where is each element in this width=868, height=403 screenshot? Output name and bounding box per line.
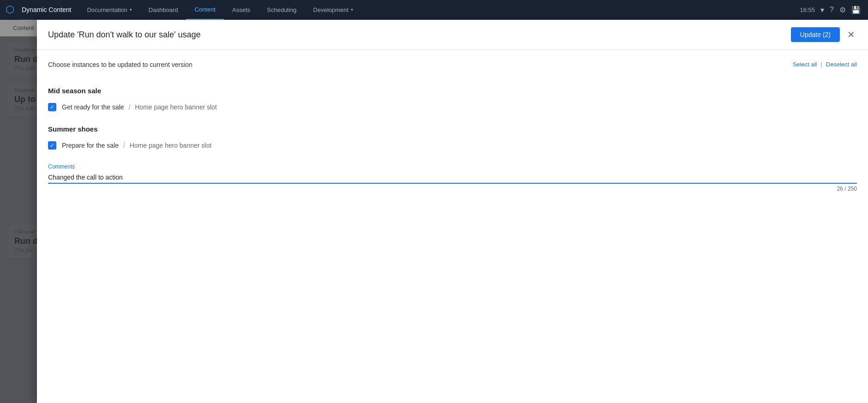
- modal-header-actions: Update (2) ✕: [791, 27, 857, 42]
- select-all-row: Select all | Deselect all: [793, 61, 857, 68]
- time-display: 16:55: [800, 6, 815, 13]
- modal-header: Update 'Run don't walk to our sale' usag…: [37, 20, 868, 50]
- instance-path-prepare: Prepare for the sale / Home page hero ba…: [62, 142, 211, 149]
- nav-dashboard[interactable]: Dashboard: [140, 0, 187, 20]
- comments-section: Comments 26 / 250: [48, 163, 857, 203]
- check-icon: ✓: [50, 142, 54, 149]
- settings-icon[interactable]: ⚙: [839, 6, 846, 14]
- nav-content[interactable]: Content: [186, 0, 224, 20]
- modal-overlay: Update 'Run don't walk to our sale' usag…: [0, 20, 868, 403]
- modal-title: Update 'Run don't walk to our sale' usag…: [48, 30, 201, 40]
- instance-group-summer-shoes: Summer shoes ✓ Prepare for the sale / Ho…: [48, 125, 857, 152]
- comments-label: Comments: [48, 163, 857, 170]
- modal-body: Choose instances to be updated to curren…: [37, 50, 868, 403]
- modal-description: Choose instances to be updated to curren…: [48, 61, 193, 68]
- topnav: Documentation ▾ Dashboard Content Assets…: [78, 0, 800, 20]
- instance-item: ✓ Prepare for the sale / Home page hero …: [48, 138, 857, 152]
- nav-assets[interactable]: Assets: [224, 0, 259, 20]
- chevron-down-icon: ▾: [351, 7, 353, 12]
- check-icon: ✓: [50, 104, 54, 110]
- instance-item: ✓ Get ready for the sale / Home page her…: [48, 100, 857, 114]
- nav-scheduling[interactable]: Scheduling: [259, 0, 305, 20]
- instance-path-get-ready: Get ready for the sale / Home page hero …: [62, 103, 217, 111]
- nav-documentation[interactable]: Documentation ▾: [78, 0, 140, 20]
- select-all-link[interactable]: Select all: [793, 61, 817, 68]
- update-button[interactable]: Update (2): [791, 27, 840, 42]
- checkbox-prepare[interactable]: ✓: [48, 141, 56, 150]
- divider: |: [820, 61, 822, 68]
- comments-count: 26 / 250: [48, 186, 857, 192]
- comments-input[interactable]: [48, 172, 857, 184]
- checkbox-get-ready[interactable]: ✓: [48, 103, 56, 111]
- app-brand: Dynamic Content: [20, 6, 78, 13]
- group-title-mid-season: Mid season sale: [48, 87, 857, 95]
- save-icon[interactable]: 💾: [851, 6, 861, 14]
- topbar: ⬡ Dynamic Content Documentation ▾ Dashbo…: [0, 0, 868, 20]
- logo-icon: ⬡: [6, 4, 14, 16]
- deselect-all-link[interactable]: Deselect all: [826, 61, 857, 68]
- group-title-summer-shoes: Summer shoes: [48, 125, 857, 133]
- topbar-right: 16:55 ▾ ? ⚙ 💾: [800, 6, 868, 14]
- instance-group-mid-season: Mid season sale ✓ Get ready for the sale…: [48, 87, 857, 114]
- nav-development[interactable]: Development ▾: [305, 0, 362, 20]
- help-icon[interactable]: ?: [830, 6, 834, 14]
- chevron-down-icon[interactable]: ▾: [820, 6, 824, 14]
- logo[interactable]: ⬡: [0, 0, 20, 20]
- modal: Update 'Run don't walk to our sale' usag…: [37, 20, 868, 403]
- chevron-down-icon: ▾: [130, 7, 132, 12]
- close-button[interactable]: ✕: [845, 28, 857, 41]
